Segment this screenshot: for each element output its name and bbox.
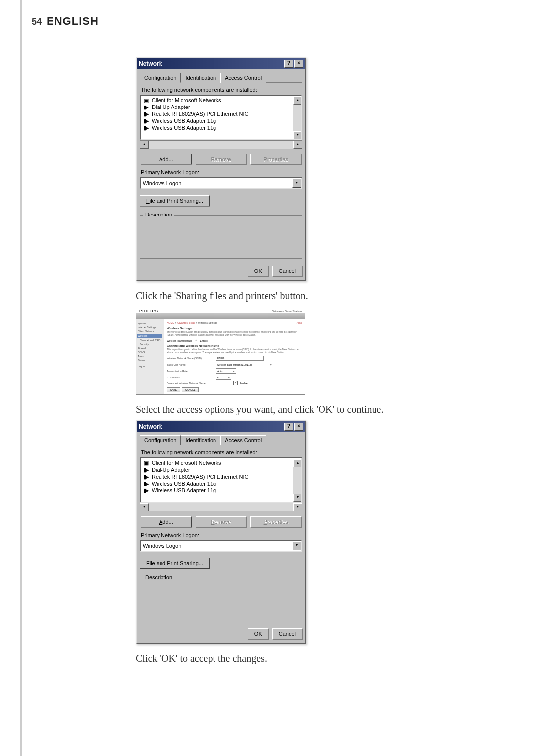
tab-identification[interactable]: Identification bbox=[181, 73, 220, 83]
scroll-right-icon[interactable]: ▸ bbox=[293, 503, 302, 511]
transmission-label: Transmission Rate: bbox=[167, 370, 214, 373]
list-item[interactable]: ▮▸ Dial-Up Adapter bbox=[142, 466, 293, 473]
tab-configuration[interactable]: Configuration bbox=[140, 435, 181, 445]
list-item[interactable]: ▮▸ Realtek RTL8029(AS) PCI Ethernet NIC bbox=[142, 110, 293, 117]
page-number: 54 bbox=[32, 17, 42, 27]
nic-icon: ▮▸ bbox=[143, 111, 150, 117]
close-icon[interactable]: × bbox=[294, 423, 303, 431]
adapter-icon: ▮▸ bbox=[143, 104, 150, 110]
sidebar-item-status[interactable]: Status bbox=[138, 359, 162, 362]
cancel-button[interactable]: Cancel bbox=[272, 628, 302, 639]
channel-ssid-title: Channel and Wireless Network Name bbox=[167, 344, 302, 347]
sidebar-item-firewall[interactable]: Firewall bbox=[138, 347, 162, 350]
list-item[interactable]: ▮▸ Wireless USB Adapter 11g bbox=[142, 487, 293, 494]
list-item[interactable]: ▮▸ Wireless USB Adapter 11g bbox=[142, 117, 293, 124]
auto-link[interactable]: Auto bbox=[297, 321, 302, 324]
page-title: ENGLISH bbox=[47, 15, 99, 28]
web-save-button[interactable]: SAVE bbox=[167, 387, 180, 392]
tab-identification[interactable]: Identification bbox=[181, 435, 220, 445]
scroll-left-icon[interactable]: ◂ bbox=[140, 503, 149, 511]
sidebar-item-security[interactable]: Security bbox=[138, 343, 162, 346]
channel-ssid-para: This page allows you to define the chann… bbox=[167, 348, 302, 354]
enable-label: Enable bbox=[200, 339, 208, 342]
components-listbox[interactable]: ▣ Client for Microsoft Networks ▮▸ Dial-… bbox=[140, 95, 302, 140]
properties-button[interactable]: Properties bbox=[250, 154, 301, 164]
vertical-scrollbar[interactable]: ▴ ▾ bbox=[293, 97, 301, 139]
web-cancel-button[interactable]: CANCEL bbox=[182, 387, 199, 392]
add-button[interactable]: Add... bbox=[141, 516, 192, 527]
components-listbox[interactable]: ▣ Client for Microsoft Networks ▮▸ Dial-… bbox=[140, 457, 302, 503]
scroll-down-icon[interactable]: ▾ bbox=[293, 494, 302, 502]
remove-button[interactable]: Remove bbox=[196, 154, 247, 164]
wireless-icon: ▮▸ bbox=[143, 487, 150, 493]
cancel-button[interactable]: Cancel bbox=[272, 266, 302, 276]
file-print-sharing-button[interactable]: File and Print Sharing... bbox=[140, 558, 210, 569]
horizontal-scrollbar[interactable]: ◂ ▸ bbox=[140, 140, 302, 149]
primary-logon-dropdown[interactable]: Windows Logon ▾ bbox=[140, 540, 302, 552]
list-item[interactable]: ▮▸ Wireless USB Adapter 11g bbox=[142, 480, 293, 487]
ok-button[interactable]: OK bbox=[248, 266, 268, 276]
tab-row: Configuration Identification Access Cont… bbox=[140, 435, 302, 445]
breadcrumb: HOME > Advanced Setup > Wireless Setting… bbox=[167, 321, 217, 324]
list-item[interactable]: ▮▸ Realtek RTL8029(AS) PCI Ethernet NIC bbox=[142, 473, 293, 480]
philips-web-ui: PHILIPS Wireless Base Station System Int… bbox=[136, 307, 305, 395]
list-item[interactable]: ▮▸ Dial-Up Adapter bbox=[142, 104, 293, 110]
sidebar-item-channel-ssid[interactable]: Channel and SSID bbox=[138, 339, 162, 342]
wireless-transmission-label: Wireless Transmission: bbox=[167, 339, 192, 342]
file-print-sharing-button[interactable]: File and Print Sharing... bbox=[140, 195, 210, 206]
horizontal-scrollbar[interactable]: ◂ ▸ bbox=[140, 503, 302, 511]
components-label: The following network components are ins… bbox=[141, 87, 301, 93]
description-group: Description bbox=[140, 578, 302, 621]
dialog-title: Network bbox=[139, 423, 162, 430]
scroll-left-icon[interactable]: ◂ bbox=[140, 141, 149, 149]
transmission-select[interactable]: Auto▾ bbox=[216, 368, 236, 374]
help-icon[interactable]: ? bbox=[284, 423, 293, 431]
broadcast-enable: Enable bbox=[240, 382, 248, 385]
sidebar-item-tools[interactable]: Tools bbox=[138, 355, 162, 358]
list-item[interactable]: ▣ Client for Microsoft Networks bbox=[142, 97, 293, 104]
list-item[interactable]: ▣ Client for Microsoft Networks bbox=[142, 459, 293, 466]
tab-configuration[interactable]: Configuration bbox=[140, 73, 181, 83]
sidebar-item-wireless[interactable]: Wireless bbox=[137, 334, 162, 338]
primary-logon-dropdown[interactable]: Windows Logon ▾ bbox=[140, 177, 302, 189]
properties-button[interactable]: Properties bbox=[250, 516, 301, 527]
sidebar-item-system[interactable]: System bbox=[138, 322, 162, 325]
adapter-icon: ▮▸ bbox=[143, 467, 150, 473]
philips-logo: PHILIPS bbox=[139, 309, 158, 313]
sidebar-item-ddns[interactable]: DDNS bbox=[138, 351, 162, 354]
description-label: Description bbox=[143, 212, 174, 217]
scroll-down-icon[interactable]: ▾ bbox=[293, 131, 302, 139]
basis-label: Basis Unit Name: bbox=[167, 363, 214, 366]
description-group: Description bbox=[140, 215, 302, 259]
broadcast-checkbox[interactable]: ✓ bbox=[233, 381, 238, 385]
vertical-scrollbar[interactable]: ▴ ▾ bbox=[293, 459, 301, 502]
wireless-settings-title: Wireless Settings bbox=[167, 327, 302, 330]
help-icon[interactable]: ? bbox=[284, 60, 293, 68]
enable-checkbox[interactable]: ✓ bbox=[194, 339, 198, 343]
list-item-label: Wireless USB Adapter 11g bbox=[152, 118, 216, 124]
scroll-up-icon[interactable]: ▴ bbox=[293, 459, 302, 467]
add-button[interactable]: Add... bbox=[141, 154, 192, 164]
scroll-up-icon[interactable]: ▴ bbox=[293, 97, 302, 105]
sidebar-item-client[interactable]: Client Network bbox=[138, 330, 162, 333]
breadcrumb-home[interactable]: HOME bbox=[167, 321, 174, 324]
chevron-down-icon[interactable]: ▾ bbox=[292, 179, 301, 188]
ok-button[interactable]: OK bbox=[248, 628, 268, 639]
ssid-input[interactable]: philips bbox=[216, 356, 264, 361]
scroll-right-icon[interactable]: ▸ bbox=[293, 141, 302, 149]
tab-access-control[interactable]: Access Control bbox=[220, 435, 266, 445]
list-item-label: Realtek RTL8029(AS) PCI Ethernet NIC bbox=[152, 111, 248, 117]
basis-select[interactable]: wireless base station (11g/11b)▾ bbox=[216, 362, 273, 367]
remove-button[interactable]: Remove bbox=[196, 516, 247, 527]
tab-access-control[interactable]: Access Control bbox=[220, 73, 266, 83]
chevron-down-icon[interactable]: ▾ bbox=[292, 541, 301, 550]
list-item-label: Client for Microsoft Networks bbox=[152, 97, 221, 103]
sidebar-item-logout[interactable]: Logout bbox=[138, 365, 162, 368]
primary-logon-label: Primary Network Logon: bbox=[141, 169, 301, 175]
breadcrumb-advanced[interactable]: Advanced Setup bbox=[177, 321, 195, 324]
close-icon[interactable]: × bbox=[294, 60, 303, 68]
wireless-icon: ▮▸ bbox=[143, 118, 150, 124]
channel-select[interactable]: 6▾ bbox=[216, 375, 231, 380]
sidebar-item-internet[interactable]: Internet Settings bbox=[138, 326, 162, 329]
list-item[interactable]: ▮▸ Wireless USB Adapter 11g bbox=[142, 124, 293, 131]
